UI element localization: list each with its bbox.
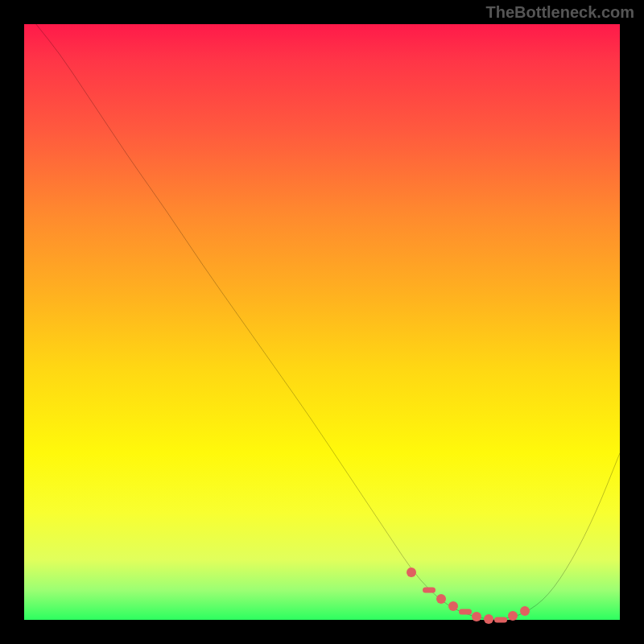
bottleneck-curve [24, 24, 620, 620]
marker-point [484, 614, 493, 624]
marker-point [436, 594, 446, 604]
marker-point [508, 611, 518, 621]
marker-point [459, 609, 472, 615]
plot-area [24, 24, 620, 620]
marker-point [407, 568, 416, 577]
marker-point [494, 617, 507, 623]
marker-point [448, 601, 458, 611]
watermark-text: TheBottleneck.com [486, 3, 634, 22]
marker-point [472, 612, 481, 621]
marker-point [423, 588, 436, 593]
marker-point [520, 606, 530, 616]
